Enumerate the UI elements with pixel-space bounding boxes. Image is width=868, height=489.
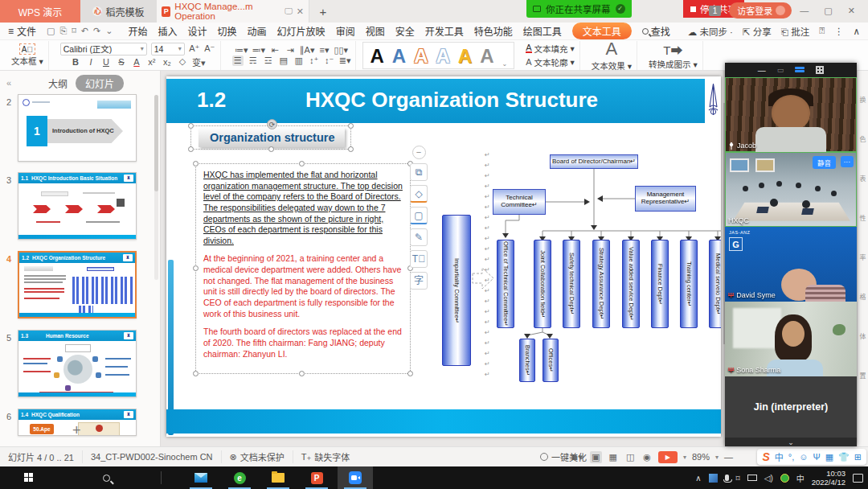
share-button[interactable]: ⇱ 分享 [743,25,772,38]
org-bar-dept[interactable]: Value added service Dept↵ [622,240,640,328]
convert-diagram-button[interactable]: T⮕ 转换成图示 ▾ [644,41,703,70]
minimize-icon[interactable]: — [758,66,766,75]
rotate-handle[interactable]: ⟳ [267,119,277,129]
org-bar-offices[interactable]: Offices↵ [542,339,559,382]
video-tile-hxqc[interactable]: 静音 ··· HXQC [725,152,857,227]
mic-icon[interactable]: Ψ [813,452,820,462]
tray-display-icon[interactable] [747,475,757,481]
tab-slides[interactable]: 幻灯片 [76,75,124,92]
windowed-view-icon[interactable]: ▭ [777,66,784,74]
menu-item-view[interactable]: 视图 [366,24,385,38]
video-tile-david[interactable]: JAS-ANZ G ΨDavid Syme [725,227,857,302]
subscript-icon[interactable]: x₂ [162,57,173,67]
underline-icon[interactable]: U [100,57,112,67]
justify-icon[interactable]: ▤ [278,55,289,66]
brush-icon[interactable]: ✎ [410,228,428,246]
body-textbox[interactable]: HXQC has implemented the flat and horizo… [197,165,411,374]
org-bar-dept[interactable]: Finance Dept↵ [651,240,669,328]
font-color-icon[interactable]: A [131,57,142,67]
taskbar-wps-icon[interactable]: P [299,466,334,489]
skin-icon[interactable]: 👕 [838,452,850,462]
sync-status-button[interactable]: ☁ 未同步 · [688,25,733,38]
org-box-technical[interactable]: Technical Committee↵ [493,189,546,215]
panel-expand-chevron[interactable]: ⌄ [725,438,857,446]
layers-icon[interactable]: ⧉ [410,163,428,181]
video-tile-jacob[interactable]: Jacob [725,77,857,152]
notification-center-icon[interactable] [853,474,863,483]
taskbar-browser-icon[interactable]: e [222,466,257,489]
taskbar-search-button[interactable] [88,466,124,489]
panel-scrollbar[interactable] [154,95,158,280]
start-button[interactable] [11,466,47,489]
slide-thumbnail-4-selected[interactable]: 1.2HXQC Organization Structure♜ [18,251,137,318]
slide-thumbnail-3[interactable]: 1.1HXQC Introduction Basic Situation♜ [18,172,137,240]
menu-item-review[interactable]: 审阅 [336,24,355,38]
taskbar-explorer-icon[interactable] [260,466,296,489]
decrease-font-icon[interactable]: A⁻ [204,43,215,54]
taskbar-mail-icon[interactable] [183,466,219,489]
punctuation-icon[interactable]: °, [788,452,794,462]
shape-outline-icon[interactable]: ▢ [410,207,428,224]
para-space-inc-icon[interactable]: ↕⁺ [309,55,320,66]
slide-title-bar[interactable]: 1.2 HXQC Organization Structure [166,79,705,123]
zoom-level[interactable]: 89% [692,452,710,462]
comment-button[interactable]: ⎗ 批注 [781,25,809,38]
slide-thumbnail-5[interactable]: 1.3Human Resource♜ [18,330,137,397]
text-direction-icon[interactable]: ∥A▾ [300,45,314,55]
font-name-select[interactable]: Calibri (正文)▾ [60,43,147,55]
menu-item-slideshow[interactable]: 幻灯片放映 [277,24,326,38]
text-outline-button[interactable]: A文本轮廓 ▾ [526,56,575,68]
style-gray[interactable]: A [480,45,493,68]
tray-app-icon[interactable] [709,474,718,483]
document-tab[interactable]: P HXQC Manage...m Operation 🖵 ✕ [157,0,309,23]
para-space-dec-icon[interactable]: ↕⁻ [324,55,335,66]
more-options-button[interactable]: ··· [841,156,854,167]
org-box-management[interactable]: Management Representative↵ [635,186,696,212]
menu-item-security[interactable]: 安全 [395,24,415,38]
theme-name[interactable]: 34_CT-PWD002-Sinochem CN [83,450,222,463]
taskbar-clock[interactable]: 10:032022/4/12 [812,469,845,487]
style-light-outline[interactable]: A [436,45,449,68]
video-tile-sona[interactable]: ΨSona Sharma [725,302,857,376]
columns-icon[interactable]: ▯▯▾ [334,45,348,55]
sogou-logo[interactable]: S [762,450,769,463]
align-center-icon[interactable]: ☴ [248,55,259,66]
org-bar-dept[interactable]: Training center↵ [680,240,698,328]
org-chart[interactable]: ↵ ↵ ↵ ↵ ↵ ↵ ↵ ↵ ↵ ↵ ↵ ↵ ↵ ↵ ↵ ↵ ↵ ↵ ↵ ↵ … [440,153,721,391]
org-bar-dept[interactable]: Strategy Assurance Dept↵ [592,240,610,328]
help-icon[interactable]: ⍰ [819,26,825,36]
outdent-icon[interactable]: ⇤ [269,45,280,55]
distribute-icon[interactable]: ▥ [293,55,305,66]
bold-icon[interactable]: B [70,57,81,67]
font-settings-icon[interactable]: 字 [410,272,428,290]
video-tile-jin[interactable]: Jin (interpreter) [725,376,857,438]
para-more-icon[interactable]: ≣▾ [339,55,351,66]
style-yellow[interactable]: A [458,45,472,68]
normal-view-icon[interactable]: ▣ [590,451,601,463]
doc-protect-status[interactable]: ⊗文档未保护 [222,450,293,463]
mute-button[interactable]: 静音 [813,156,836,169]
menu-item-animation[interactable]: 动画 [248,24,267,38]
add-slide-button[interactable]: + [72,422,81,439]
zoom-out-icon[interactable]: — [724,452,733,462]
indent-icon[interactable]: ⇥ [285,45,296,55]
slide-sorter-icon[interactable]: ▦ [608,451,619,463]
convert-text-icon[interactable]: T⃞ [410,250,428,268]
play-settings-icon[interactable]: ◉ [641,451,653,463]
tray-antivirus-icon[interactable] [780,474,789,483]
emoji-icon[interactable]: ☺ [799,452,808,462]
text-effect-icon[interactable]: 变▾ [192,55,206,68]
textbox-group[interactable]: A⃞ 文本框 ▾ [6,41,49,70]
bullets-icon[interactable]: ≔▾ [235,45,248,55]
style-orange-outline[interactable]: A [414,45,428,68]
text-style-gallery[interactable]: A A A A A A ⌄ [362,42,514,69]
grid-layout-icon[interactable] [816,66,824,74]
increase-font-icon[interactable]: A⁺ [189,43,200,54]
menu-item-drawtools[interactable]: 绘图工具 [523,24,562,38]
text-effects-button[interactable]: A 文本效果 ▾ [587,41,637,70]
tray-mic-icon[interactable] [725,475,729,481]
toolbox-icon[interactable]: ⊞ [854,452,862,462]
wps-app-tab[interactable]: WPS 演示 [0,0,80,23]
clear-format-icon[interactable]: ◇ [177,56,188,67]
slideshow-play-button[interactable]: ▶ [658,451,678,463]
